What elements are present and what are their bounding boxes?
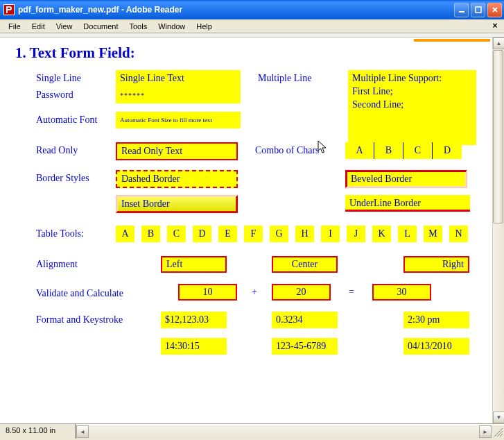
- resize-grip[interactable]: [492, 425, 504, 438]
- label-password: Password: [15, 87, 116, 101]
- label-table-tools: Table Tools:: [15, 226, 116, 239]
- field-beveled-border[interactable]: Beveled Border: [345, 170, 467, 188]
- svg-rect-3: [476, 7, 481, 12]
- field-align-left[interactable]: Left: [161, 256, 227, 273]
- field-inset-border[interactable]: Inset Border: [116, 195, 238, 213]
- vertical-scrollbar[interactable]: ▲ ▼: [492, 37, 504, 423]
- combo-char-cell[interactable]: D: [433, 142, 462, 159]
- combo-char-cell[interactable]: A: [345, 142, 374, 159]
- label-multiple-line: Multiple Line: [241, 70, 348, 84]
- operator-equals: =: [331, 287, 372, 298]
- status-bar: 8.50 x 11.00 in ◄ ►: [0, 423, 504, 439]
- field-calc-b[interactable]: 20: [272, 284, 331, 301]
- label-validate-calc: Validate and Calculate: [15, 285, 178, 299]
- horizontal-scrollbar[interactable]: ◄ ►: [76, 424, 504, 439]
- section-heading: 1. Text Form Field:: [15, 44, 492, 62]
- scroll-up-button[interactable]: ▲: [493, 37, 504, 49]
- label-combo-chars: Combo of Chars: [238, 142, 345, 156]
- window-maximize-button[interactable]: [471, 3, 485, 17]
- label-border-styles: Border Styles: [15, 170, 116, 184]
- window-title: pdf_form_maker_new.pdf - Adobe Reader: [18, 5, 454, 15]
- scroll-down-button[interactable]: ▼: [493, 412, 504, 423]
- menu-window[interactable]: Window: [153, 21, 191, 32]
- window-titlebar: pdf_form_maker_new.pdf - Adobe Reader: [0, 0, 504, 19]
- menu-edit[interactable]: Edit: [26, 21, 51, 32]
- window-minimize-button[interactable]: [454, 3, 469, 17]
- field-single-line[interactable]: Single Line Text: [116, 70, 241, 87]
- table-cell[interactable]: C: [167, 226, 186, 242]
- menu-view[interactable]: View: [51, 21, 78, 32]
- table-cell[interactable]: I: [321, 226, 340, 242]
- combo-char-cell[interactable]: B: [374, 142, 403, 159]
- field-dashed-border[interactable]: Dashed Border: [116, 170, 238, 188]
- field-automatic-font[interactable]: Automatic Font Size to fill more text: [116, 112, 241, 128]
- table-cell[interactable]: M: [424, 226, 442, 242]
- field-calc-a[interactable]: 10: [178, 284, 237, 301]
- label-read-only: Read Only: [15, 142, 116, 156]
- table-tools-row: A B C D E F G H I J K L M N: [116, 226, 468, 242]
- table-cell[interactable]: K: [372, 226, 391, 242]
- operator-plus: +: [237, 287, 272, 298]
- field-format-time24[interactable]: 14:30:15: [161, 338, 227, 355]
- field-multiple-line[interactable]: Multiple Line Support: First Line; Secon…: [348, 70, 476, 145]
- menu-bar: File Edit View Document Tools Window Hel…: [0, 19, 504, 33]
- field-calc-c[interactable]: 30: [372, 284, 431, 301]
- label-alignment: Alignment: [15, 256, 161, 270]
- label-automatic-font: Automatic Font: [15, 112, 116, 126]
- partial-toolbar-fragment: [414, 39, 490, 42]
- field-align-center[interactable]: Center: [272, 256, 338, 273]
- combo-char-cell[interactable]: C: [403, 142, 433, 159]
- table-cell[interactable]: E: [218, 226, 237, 242]
- field-align-right[interactable]: Right: [403, 256, 469, 273]
- table-cell[interactable]: J: [347, 226, 365, 242]
- table-cell[interactable]: A: [116, 226, 134, 242]
- field-format-ssn[interactable]: 123-45-6789: [272, 338, 338, 355]
- menu-help[interactable]: Help: [191, 21, 218, 32]
- page-dimensions: 8.50 x 11.00 in: [0, 424, 76, 439]
- field-combo-chars[interactable]: A B C D: [345, 142, 462, 159]
- table-cell[interactable]: G: [270, 226, 288, 242]
- field-underline-border[interactable]: UnderLine Border: [345, 195, 470, 212]
- table-cell[interactable]: F: [244, 226, 263, 242]
- table-cell[interactable]: D: [193, 226, 211, 242]
- field-format-time12[interactable]: 2:30 pm: [403, 312, 469, 328]
- scroll-right-button[interactable]: ►: [479, 425, 492, 438]
- menu-document[interactable]: Document: [78, 21, 123, 32]
- table-cell[interactable]: B: [141, 226, 160, 242]
- field-format-decimal[interactable]: 0.3234: [272, 312, 338, 328]
- label-format-key: Format and Keystroke: [15, 312, 161, 325]
- table-cell[interactable]: N: [449, 226, 468, 242]
- table-cell[interactable]: H: [295, 226, 314, 242]
- field-read-only: Read Only Text: [116, 142, 238, 160]
- label-single-line: Single Line: [15, 70, 116, 84]
- field-format-currency[interactable]: $12,123.03: [161, 312, 227, 328]
- field-password[interactable]: ******: [116, 87, 241, 103]
- menu-file[interactable]: File: [3, 21, 26, 32]
- menu-close-x-button[interactable]: ×: [490, 22, 500, 31]
- document-viewport: 1. Text Form Field: Single Line Single L…: [0, 37, 504, 423]
- adobe-reader-icon: [3, 4, 15, 15]
- scroll-left-button[interactable]: ◄: [76, 425, 89, 438]
- scroll-thumb[interactable]: [493, 50, 503, 223]
- field-format-date[interactable]: 04/13/2010: [403, 338, 469, 355]
- table-cell[interactable]: L: [398, 226, 417, 242]
- window-close-button[interactable]: [487, 3, 502, 17]
- menu-tools[interactable]: Tools: [124, 21, 153, 32]
- svg-rect-2: [459, 11, 464, 12]
